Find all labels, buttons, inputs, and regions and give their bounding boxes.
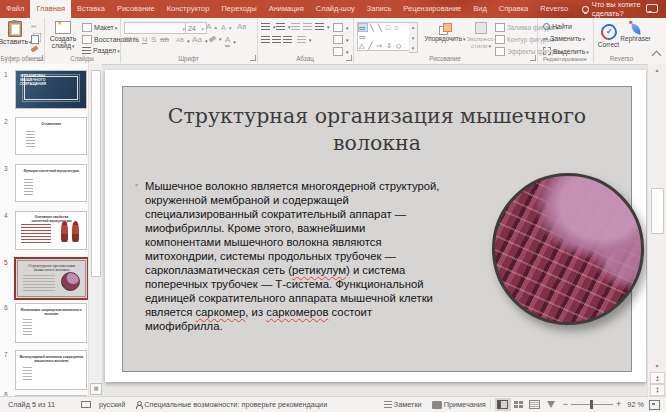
increase-indent-button[interactable] — [303, 23, 312, 30]
bullets-button[interactable] — [261, 23, 276, 30]
numbering-button[interactable] — [276, 23, 291, 30]
tab-slideshow[interactable]: Слайд-шоу — [310, 0, 361, 18]
zoom-slider[interactable] — [571, 404, 613, 405]
section-button[interactable]: Раздел — [82, 47, 120, 54]
previous-slide-button[interactable]: ▲▲ — [650, 372, 665, 384]
drawing-dialog-launcher[interactable] — [530, 55, 536, 61]
align-left-button[interactable] — [261, 36, 270, 43]
slide-sorter-view-button[interactable] — [511, 398, 527, 411]
cut-button[interactable]: ✂ — [31, 23, 37, 31]
bold-button[interactable]: Ж — [124, 35, 131, 45]
tab-view[interactable]: Вид — [467, 0, 493, 18]
scroll-up-arrow[interactable]: ▴ — [648, 65, 666, 75]
vertical-scrollbar[interactable]: ▴ ▾ ▲▲ ▼▼ — [647, 64, 666, 397]
zoom-in-button[interactable]: + — [616, 400, 621, 409]
slide-thumbnail-5-selected[interactable]: Структурная организация мышечного волокн… — [14, 257, 88, 300]
tab-help[interactable]: Справка — [493, 0, 534, 18]
thumbnail-panel-scrollbar[interactable]: ▦ — [88, 64, 102, 397]
zoom-level[interactable]: 92 % — [627, 400, 644, 409]
align-text-button[interactable] — [333, 35, 349, 44]
clipboard-dialog-launcher[interactable] — [37, 55, 43, 61]
collapse-ribbon-button[interactable] — [652, 51, 662, 61]
slide-thumbnail-3[interactable]: Функции скелетной мускулатуры — [15, 164, 87, 202]
next-slide-button[interactable]: ▼▼ — [650, 384, 665, 396]
tab-review[interactable]: Рецензирование — [397, 0, 467, 18]
fit-to-window-button[interactable] — [649, 400, 660, 410]
shapes-gallery[interactable]: ▭ ╲ ╲ □ ○ ▭ △ ╱ ⇨ ⇩ ◇ ╲ ( ) ☆ ◇ — [357, 22, 411, 51]
change-case-button[interactable]: Аа — [192, 35, 207, 45]
paragraph-dialog-launcher[interactable] — [346, 55, 352, 61]
accessibility-checker[interactable]: Специальные возможности: проверьте реком… — [135, 400, 327, 409]
panel-bottom-button[interactable]: ▦ — [90, 383, 102, 395]
slide-body-text[interactable]: ◦ Мышечное волокно является многоядерной… — [134, 179, 443, 333]
comments-bubble-icon[interactable] — [646, 4, 658, 13]
slides-group-label: Слайды — [44, 55, 120, 62]
replace-button[interactable]: ⇄Заменить — [543, 35, 585, 42]
highlight-button[interactable] — [209, 35, 222, 42]
scrollbar-thumb[interactable] — [651, 188, 664, 234]
tab-insert[interactable]: Вставка — [71, 0, 111, 18]
reverso-correct-button[interactable]: ✓ Correct — [596, 24, 621, 48]
slide-thumbnail-4[interactable]: Основные свойства скелетной мускулатуры — [15, 211, 87, 250]
notes-toggle[interactable]: Заметки — [384, 400, 422, 409]
new-slide-button[interactable]: Создать слайд — [47, 21, 79, 49]
copy-button[interactable] — [31, 35, 39, 44]
tab-design[interactable]: Конструктор — [161, 0, 216, 18]
arrange-button[interactable]: Упорядочить — [423, 23, 467, 42]
select-button[interactable]: Выделить — [543, 47, 589, 55]
quick-styles-button[interactable]: Экспресс-стили — [467, 22, 495, 49]
tab-animations[interactable]: Анимация — [263, 0, 310, 18]
slide-thumbnail-7[interactable]: Молекулярный механизм сокращения мышечно… — [15, 350, 87, 390]
reverso-rephraser-button[interactable]: Rephraser — [622, 24, 649, 42]
normal-view-button[interactable] — [495, 398, 511, 411]
slide-thumbnail-6[interactable]: Механизмы сокращения мышечного волокна — [15, 303, 87, 343]
clear-formatting-button[interactable]: Ав — [237, 22, 247, 32]
font-size-combo[interactable]: 24 — [185, 22, 207, 34]
text-shadow-button[interactable]: S — [151, 35, 156, 45]
slide-canvas[interactable]: Структурная организация мышечного волокн… — [105, 70, 646, 382]
decrease-indent-button[interactable] — [291, 23, 300, 30]
slideshow-view-button[interactable] — [543, 398, 559, 411]
layout-button[interactable]: Макет — [82, 23, 117, 32]
columns-button[interactable] — [297, 36, 312, 43]
slide-title[interactable]: Структурная организация мышечного волокн… — [147, 103, 607, 156]
font-color-button[interactable]: А — [225, 35, 236, 47]
font-dialog-launcher[interactable] — [250, 55, 256, 61]
scrollbar-thumb[interactable] — [91, 70, 101, 277]
muscle-micrograph-image[interactable] — [492, 173, 644, 325]
comments-toggle[interactable]: Примечания — [432, 400, 486, 409]
grow-font-button[interactable]: А▲ — [206, 22, 218, 32]
reading-view-button[interactable] — [527, 398, 543, 411]
align-center-button[interactable] — [272, 36, 281, 43]
text-direction-button[interactable] — [333, 23, 349, 32]
display-settings-button[interactable] — [81, 401, 91, 408]
decrease-indent-icon — [291, 23, 300, 30]
scroll-down-arrow[interactable]: ▾ — [648, 361, 666, 371]
strikethrough-button[interactable]: ab — [160, 35, 169, 45]
columns-icon — [297, 36, 306, 43]
tab-home[interactable]: Главная — [30, 0, 71, 18]
tab-transitions[interactable]: Переходы — [215, 0, 262, 18]
slide-counter[interactable]: Слайд 5 из 11 — [8, 400, 55, 409]
format-painter-button[interactable] — [31, 47, 38, 51]
font-name-combo[interactable] — [124, 22, 188, 34]
zoom-out-button[interactable]: − — [563, 400, 568, 409]
align-right-button[interactable] — [283, 36, 292, 43]
character-spacing-button[interactable]: АВ — [176, 35, 190, 45]
italic-button[interactable]: К — [133, 35, 138, 45]
slide-thumbnail-2[interactable]: Оглавление — [15, 117, 87, 155]
underline-button[interactable]: Ч — [142, 35, 147, 45]
tab-draw[interactable]: Рисование — [111, 0, 161, 18]
tab-file[interactable]: Файл — [0, 0, 30, 18]
slide-thumbnail-1[interactable]: МЕХАНИЗМЫ МЫШЕЧНОГО СОКРАЩЕНИЯ — [15, 70, 87, 109]
find-button[interactable]: Найти — [543, 23, 572, 30]
shrink-font-button[interactable]: А▼ — [221, 23, 233, 33]
language-indicator[interactable]: русский — [99, 400, 125, 409]
paste-button[interactable]: Вставить — [2, 21, 28, 45]
align-left-icon — [261, 36, 270, 43]
shapes-gallery-scroll[interactable]: ▴▾▾ — [409, 22, 418, 53]
tab-record[interactable]: Запись — [361, 0, 398, 18]
zoom-slider-thumb[interactable] — [590, 400, 593, 409]
line-spacing-button[interactable] — [315, 23, 330, 30]
tab-reverso[interactable]: Reverso — [534, 0, 574, 18]
